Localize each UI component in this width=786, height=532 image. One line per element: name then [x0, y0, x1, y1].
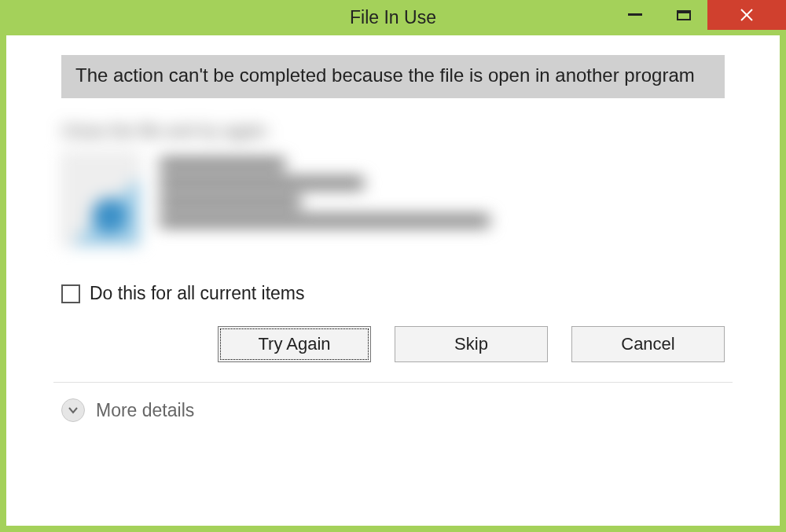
window-controls	[609, 0, 786, 35]
dialog-buttons: Try Again Skip Cancel	[61, 326, 725, 362]
maximize-button[interactable]	[660, 0, 707, 30]
close-button[interactable]	[707, 0, 786, 30]
dialog-content: The action can't be completed because th…	[6, 35, 780, 526]
maximize-icon	[677, 10, 691, 20]
file-metadata	[160, 152, 490, 233]
minimize-icon	[628, 13, 642, 16]
file-details-blurred: Close the file and try again.	[61, 118, 725, 259]
titlebar: File In Use	[0, 0, 786, 35]
apply-all-checkbox-row[interactable]: Do this for all current items	[61, 283, 725, 304]
divider	[53, 382, 733, 383]
close-icon	[739, 7, 755, 23]
chevron-down-icon	[61, 398, 85, 422]
more-details-label: More details	[96, 400, 194, 421]
cancel-button[interactable]: Cancel	[571, 326, 725, 362]
try-again-button[interactable]: Try Again	[218, 326, 371, 362]
skip-button[interactable]: Skip	[395, 326, 548, 362]
checkbox-icon[interactable]	[61, 284, 80, 303]
minimize-button[interactable]	[609, 0, 660, 30]
file-icon	[61, 152, 140, 246]
checkbox-label: Do this for all current items	[90, 283, 305, 304]
window-title: File In Use	[350, 7, 436, 28]
error-message: The action can't be completed because th…	[61, 55, 725, 98]
file-in-use-dialog: File In Use The action can't be complete…	[0, 0, 786, 532]
more-details-toggle[interactable]: More details	[61, 398, 725, 422]
instruction-text: Close the file and try again.	[61, 118, 490, 144]
